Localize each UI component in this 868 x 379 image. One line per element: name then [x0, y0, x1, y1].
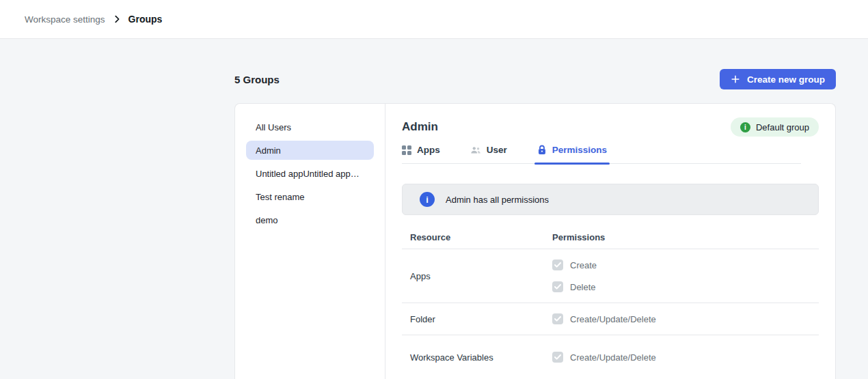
- checkbox-checked-disabled-icon: [552, 281, 563, 292]
- checkbox-checked-disabled-icon: [552, 313, 563, 324]
- group-list-item-label: Untitled appUntitled appUntitle…: [256, 169, 364, 179]
- permission-option-label: Create/Update/Delete: [570, 352, 656, 363]
- group-list-item[interactable]: Admin: [246, 141, 374, 160]
- permissions-table-row: Folder Create/Update/Delete: [402, 303, 819, 335]
- group-list-item-label: All Users: [256, 122, 291, 132]
- permissions-cell: Create Delete: [552, 259, 811, 292]
- permissions-table-header: Resource Permissions: [402, 226, 819, 249]
- group-list-item-label: demo: [256, 215, 278, 225]
- permissions-table: Resource Permissions Apps Create Delete …: [402, 226, 819, 373]
- groups-page: 5 Groups Create new group All Users Admi…: [234, 69, 836, 379]
- column-header-resource: Resource: [410, 232, 552, 242]
- permission-option-label: Delete: [570, 282, 596, 292]
- checkbox-checked-disabled-icon: [552, 259, 563, 270]
- groups-page-header: 5 Groups Create new group: [234, 69, 836, 89]
- group-list-item[interactable]: Test rename: [246, 187, 374, 206]
- resource-name: Apps: [410, 271, 552, 281]
- info-circle-icon: i: [740, 122, 750, 132]
- permissions-info-banner: i Admin has all permissions: [402, 184, 819, 215]
- checkbox-checked-disabled-icon: [552, 352, 563, 363]
- permission-option-label: Create: [570, 260, 597, 270]
- default-group-badge: i Default group: [731, 117, 819, 137]
- permission-option-label: Create/Update/Delete: [570, 314, 656, 324]
- apps-grid-icon: [402, 145, 411, 155]
- group-list: All Users Admin Untitled appUntitled app…: [235, 104, 385, 379]
- resource-name: Workspace Variables: [410, 352, 552, 363]
- permission-option: Create/Update/Delete: [552, 352, 811, 363]
- tab-apps-label: Apps: [417, 145, 440, 155]
- breadcrumb: Workspace settings Groups: [25, 14, 162, 25]
- tab-permissions-label: Permissions: [552, 145, 607, 155]
- permissions-table-row: Workspace Variables Create/Update/Delete: [402, 335, 819, 373]
- resource-name: Folder: [410, 314, 552, 324]
- plus-icon: [731, 74, 740, 84]
- lock-icon: [537, 145, 547, 155]
- chevron-right-icon: [112, 14, 122, 24]
- groups-card: All Users Admin Untitled appUntitled app…: [234, 103, 836, 379]
- permission-option: Delete: [552, 281, 811, 292]
- info-circle-icon: i: [420, 192, 435, 207]
- permissions-info-text: Admin has all permissions: [446, 195, 549, 205]
- tab-apps[interactable]: Apps: [402, 145, 440, 163]
- permission-option: Create/Update/Delete: [552, 313, 811, 324]
- permissions-table-body: Apps Create Delete Folder Create/Update/…: [402, 249, 819, 373]
- top-navigation-bar: Workspace settings Groups: [0, 0, 868, 39]
- breadcrumb-current-page: Groups: [128, 14, 163, 25]
- tab-user[interactable]: User: [470, 145, 507, 163]
- tab-permissions[interactable]: Permissions: [537, 145, 607, 163]
- create-new-group-button[interactable]: Create new group: [720, 69, 836, 89]
- group-title: Admin: [402, 120, 438, 134]
- group-list-item-label: Admin: [256, 145, 281, 156]
- default-group-badge-label: Default group: [756, 122, 809, 132]
- group-panel-header: Admin i Default group: [402, 117, 819, 137]
- group-detail-panel: Admin i Default group Apps: [385, 104, 835, 379]
- group-list-item[interactable]: Untitled appUntitled appUntitle…: [246, 164, 374, 183]
- group-tabs: Apps User: [402, 145, 801, 164]
- group-list-item[interactable]: All Users: [246, 117, 374, 137]
- column-header-permissions: Permissions: [552, 232, 811, 242]
- permissions-cell: Create/Update/Delete: [552, 313, 811, 324]
- group-list-item-label: Test rename: [256, 192, 305, 202]
- groups-count-label: 5 Groups: [234, 74, 280, 85]
- tab-user-label: User: [487, 145, 507, 155]
- breadcrumb-workspace-settings[interactable]: Workspace settings: [25, 14, 105, 25]
- users-icon: [470, 145, 481, 155]
- create-new-group-button-label: Create new group: [747, 74, 825, 85]
- permission-option: Create: [552, 259, 811, 270]
- permissions-table-row: Apps Create Delete: [402, 249, 819, 303]
- permissions-cell: Create/Update/Delete: [552, 352, 811, 363]
- group-list-item[interactable]: demo: [246, 210, 374, 229]
